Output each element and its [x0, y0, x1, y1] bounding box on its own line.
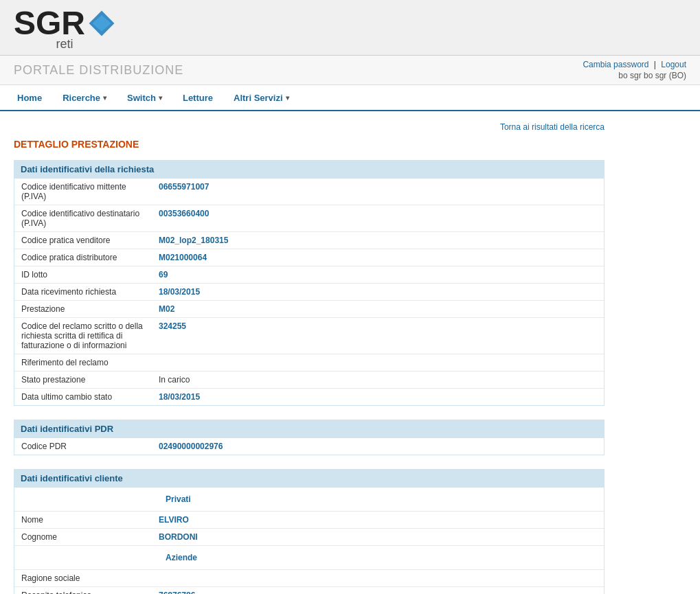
field-value-data-ultimo-cambio: 18/03/2015 — [159, 392, 200, 402]
link-separator: | — [654, 60, 656, 69]
field-label-destinatario: Codice identificativo destinatario (P.IV… — [21, 209, 159, 228]
field-row-pratica-venditore: Codice pratica venditore M02_lop2_180315 — [14, 232, 604, 249]
field-label-data-ultimo-cambio: Data ultimo cambio stato — [21, 392, 159, 402]
field-value-cognome: BORDONI — [159, 532, 198, 542]
field-value-data-ricevimento: 18/03/2015 — [159, 287, 200, 297]
client-section: Dati identificativi cliente Privati Nome… — [14, 469, 605, 594]
logo-reti: reti — [56, 37, 74, 52]
field-row-stato: Stato prestazione In carico — [14, 372, 604, 389]
logout-link[interactable]: Logout — [661, 60, 686, 69]
field-value-codice-pdr: 02490000002976 — [159, 442, 223, 451]
field-row-id-lotto: ID lotto 69 — [14, 266, 604, 284]
nav-ricerche-label: Ricerche — [63, 93, 100, 103]
field-value-stato: In carico — [159, 375, 190, 385]
nav-switch-label: Switch — [127, 93, 156, 103]
field-row-pratica-distributore: Codice pratica distributore M021000064 — [14, 249, 604, 266]
logo-text: SGR — [14, 7, 85, 40]
diamond-icon — [88, 10, 115, 37]
client-type-privati: Privati — [159, 491, 198, 507]
client-type-aziende: Aziende — [159, 549, 204, 566]
client-type-privati-row: Privati — [14, 488, 604, 512]
field-value-recapito: 76876786 — [159, 591, 195, 594]
field-label-id-lotto: ID lotto — [21, 270, 159, 279]
field-label-codice-reclamo: Codice del reclamo scritto o della richi… — [21, 321, 159, 350]
field-label-aziende-empty — [21, 549, 159, 566]
main-content: Torna ai risultati della ricerca DETTAGL… — [0, 111, 618, 594]
request-section: Dati identificativi della richiesta Codi… — [14, 160, 605, 406]
user-info: bo sgr bo sgr (BO) — [583, 71, 686, 80]
nav-switch-arrow: ▾ — [159, 94, 162, 102]
field-label-pratica-venditore: Codice pratica venditore — [21, 236, 159, 245]
nav-letture[interactable]: Letture — [172, 85, 223, 110]
field-row-codice-pdr: Codice PDR 02490000002976 — [14, 438, 604, 455]
nav-altri-servizi-label: Altri Servizi — [234, 93, 283, 103]
main-nav: Home Ricerche ▾ Switch ▾ Letture Altri S… — [0, 85, 700, 111]
field-label-riferimento-reclamo: Riferimento del reclamo — [21, 358, 159, 367]
field-row-riferimento-reclamo: Riferimento del reclamo — [14, 354, 604, 372]
field-value-prestazione: M02 — [159, 304, 174, 314]
field-label-ragione-sociale: Ragione sociale — [21, 573, 159, 583]
field-row-prestazione: Prestazione M02 — [14, 301, 604, 318]
field-label-privati-empty — [21, 491, 159, 507]
field-value-id-lotto: 69 — [159, 270, 168, 279]
client-section-header: Dati identificativi cliente — [14, 469, 605, 488]
field-value-codice-reclamo: 324255 — [159, 321, 186, 350]
logo-area: SGR reti — [14, 7, 115, 52]
field-row-cognome: Cognome BORDONI — [14, 529, 604, 546]
field-label-stato: Stato prestazione — [21, 375, 159, 385]
portal-title: PORTALE DISTRIBUZIONE — [14, 63, 183, 78]
field-value-pratica-distributore: M021000064 — [159, 253, 207, 262]
field-label-nome: Nome — [21, 515, 159, 525]
field-value-nome: ELVIRO — [159, 515, 189, 525]
field-row-ragione-sociale: Ragione sociale — [14, 570, 604, 587]
field-label-prestazione: Prestazione — [21, 304, 159, 314]
nav-letture-label: Letture — [183, 93, 213, 103]
nav-ricerche[interactable]: Ricerche ▾ — [52, 85, 117, 110]
field-value-mittente: 06655971007 — [159, 182, 209, 201]
back-link-container: Torna ai risultati della ricerca — [14, 122, 605, 132]
field-label-data-ricevimento: Data ricevimento richiesta — [21, 287, 159, 297]
field-label-codice-pdr: Codice PDR — [21, 442, 159, 451]
top-links: Cambia password | Logout bo sgr bo sgr (… — [583, 60, 686, 80]
change-password-link[interactable]: Cambia password — [583, 60, 648, 69]
top-bar: PORTALE DISTRIBUZIONE Cambia password | … — [0, 56, 700, 85]
field-row-mittente: Codice identificativo mittente (P.IVA) 0… — [14, 179, 604, 205]
nav-altri-servizi[interactable]: Altri Servizi ▾ — [223, 85, 300, 110]
back-link[interactable]: Torna ai risultati della ricerca — [500, 122, 605, 132]
nav-home-label: Home — [17, 93, 42, 103]
client-type-aziende-row: Aziende — [14, 546, 604, 570]
field-row-destinatario: Codice identificativo destinatario (P.IV… — [14, 205, 604, 232]
field-row-codice-reclamo: Codice del reclamo scritto o della richi… — [14, 318, 604, 354]
client-section-body: Privati Nome ELVIRO Cognome BORDONI Azie… — [14, 488, 605, 594]
nav-switch[interactable]: Switch ▾ — [117, 85, 172, 110]
nav-altri-servizi-arrow: ▾ — [286, 94, 289, 102]
page-title: DETTAGLIO PRESTAZIONE — [14, 139, 605, 150]
nav-home[interactable]: Home — [7, 85, 52, 110]
field-row-nome: Nome ELVIRO — [14, 512, 604, 529]
field-value-pratica-venditore: M02_lop2_180315 — [159, 236, 228, 245]
field-row-data-ultimo-cambio: Data ultimo cambio stato 18/03/2015 — [14, 389, 604, 405]
field-label-pratica-distributore: Codice pratica distributore — [21, 253, 159, 262]
page-header: SGR reti — [0, 0, 700, 56]
request-section-header: Dati identificativi della richiesta — [14, 160, 605, 179]
pdr-section-header: Dati identificativi PDR — [14, 420, 605, 438]
logo-sgr: SGR — [14, 7, 115, 40]
pdr-section: Dati identificativi PDR Codice PDR 02490… — [14, 420, 605, 455]
nav-ricerche-arrow: ▾ — [103, 94, 106, 102]
field-label-mittente: Codice identificativo mittente (P.IVA) — [21, 182, 159, 201]
pdr-section-body: Codice PDR 02490000002976 — [14, 438, 605, 455]
request-section-body: Codice identificativo mittente (P.IVA) 0… — [14, 179, 605, 406]
field-row-recapito: Recapito telefonico 76876786 — [14, 587, 604, 594]
field-row-data-ricevimento: Data ricevimento richiesta 18/03/2015 — [14, 284, 604, 301]
field-label-recapito: Recapito telefonico — [21, 591, 159, 594]
field-label-cognome: Cognome — [21, 532, 159, 542]
field-value-destinatario: 00353660400 — [159, 209, 209, 228]
